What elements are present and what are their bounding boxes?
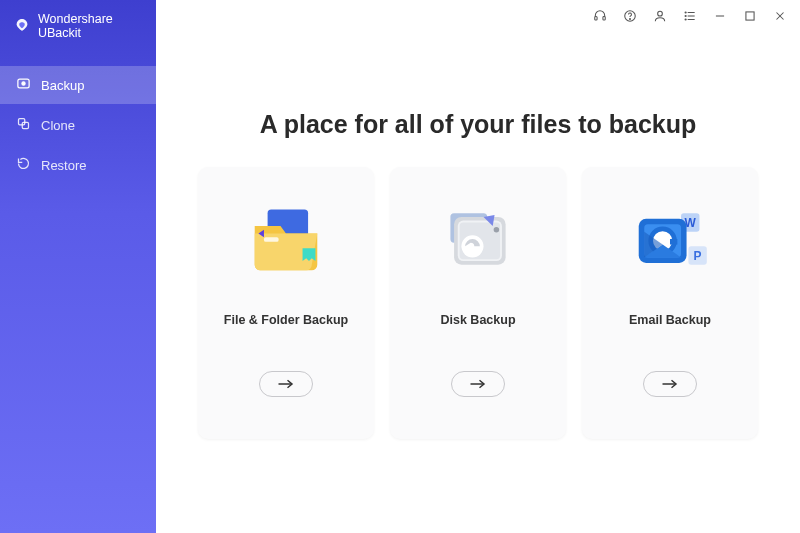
sidebar-item-clone[interactable]: Clone (0, 106, 156, 144)
card-go-button[interactable] (259, 371, 313, 397)
svg-point-28 (494, 227, 500, 233)
help-icon[interactable] (622, 8, 638, 24)
sidebar-item-restore[interactable]: Restore (0, 146, 156, 184)
sidebar-nav: Backup Clone Restore (0, 66, 156, 184)
folder-illustration (240, 193, 332, 285)
minimize-icon[interactable] (712, 8, 728, 24)
svg-point-13 (685, 15, 686, 16)
sidebar-item-label: Backup (41, 78, 84, 93)
card-go-button[interactable] (643, 371, 697, 397)
card-label: File & Folder Backup (224, 313, 348, 327)
svg-rect-5 (603, 17, 605, 20)
user-icon[interactable] (652, 8, 668, 24)
card-label: Email Backup (629, 313, 711, 327)
svg-rect-39 (670, 239, 677, 245)
card-email-backup[interactable]: W P Email Backup (582, 167, 758, 439)
svg-rect-20 (264, 237, 279, 242)
app-brand: Wondershare UBackit (0, 0, 156, 58)
headset-icon[interactable] (592, 8, 608, 24)
svg-point-12 (685, 12, 686, 13)
card-go-button[interactable] (451, 371, 505, 397)
email-illustration: W P (624, 193, 716, 285)
clone-icon (16, 116, 31, 134)
sidebar-item-label: Clone (41, 118, 75, 133)
svg-point-1 (22, 82, 25, 85)
svg-point-7 (630, 18, 631, 19)
titlebar (580, 0, 800, 32)
svg-point-27 (461, 235, 483, 257)
backup-icon (16, 76, 31, 94)
app-name: Wondershare UBackit (38, 12, 142, 40)
svg-rect-16 (746, 12, 754, 20)
app-logo-icon (14, 17, 30, 36)
card-file-folder-backup[interactable]: File & Folder Backup (198, 167, 374, 439)
backup-cards: File & Folder Backup Disk Backup (198, 167, 758, 439)
list-icon[interactable] (682, 8, 698, 24)
svg-text:P: P (694, 249, 702, 263)
svg-point-8 (658, 11, 663, 16)
sidebar-item-label: Restore (41, 158, 87, 173)
card-label: Disk Backup (440, 313, 515, 327)
main-area: A place for all of your files to backup … (156, 0, 800, 533)
svg-rect-4 (595, 17, 597, 20)
page-headline: A place for all of your files to backup (260, 110, 697, 139)
sidebar-item-backup[interactable]: Backup (0, 66, 156, 104)
disk-illustration (432, 193, 524, 285)
svg-point-14 (685, 19, 686, 20)
close-icon[interactable] (772, 8, 788, 24)
card-disk-backup[interactable]: Disk Backup (390, 167, 566, 439)
maximize-icon[interactable] (742, 8, 758, 24)
sidebar: Wondershare UBackit Backup Clone Restore (0, 0, 156, 533)
restore-icon (16, 156, 31, 174)
